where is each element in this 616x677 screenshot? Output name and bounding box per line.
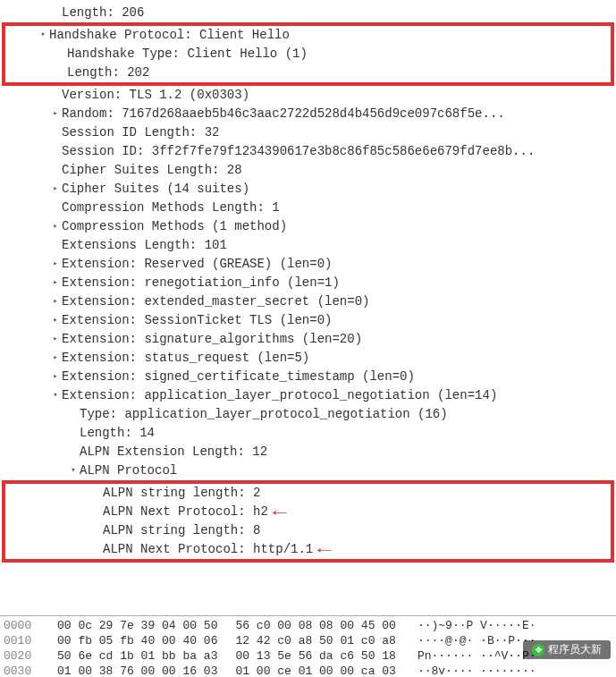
expand-icon[interactable]: ▸ bbox=[49, 349, 62, 368]
hex-ascii: ····@·@· ·B··P··· bbox=[396, 633, 536, 648]
random-field[interactable]: ▸Random: 7167d268aaeb5b46c3aac2722d528d4… bbox=[0, 105, 616, 123]
extension-session-ticket[interactable]: ▸Extension: SessionTicket TLS (len=0) bbox=[0, 311, 616, 330]
compression-methods[interactable]: ▸Compression Methods (1 method) bbox=[0, 217, 616, 236]
alpn-next-proto-http11: ▸ALPN Next Protocol: http/1.1← bbox=[5, 540, 611, 559]
hex-bytes: 00 fb 05 fb 40 00 40 06 bbox=[39, 633, 217, 648]
expand-icon[interactable]: ▾ bbox=[49, 386, 62, 405]
compression-methods-length: ▸Compression Methods Length: 1 bbox=[0, 199, 616, 217]
alpn-next-proto-h2: ▸ALPN Next Protocol: h2← bbox=[5, 503, 611, 521]
cipher-suites-length: ▸Cipher Suites Length: 28 bbox=[0, 161, 616, 180]
extension-grease[interactable]: ▸Extension: Reserved (GREASE) (len=0) bbox=[0, 255, 616, 274]
wechat-icon: ❖ bbox=[532, 644, 544, 656]
hex-ascii: ··)~9··P V·····E· bbox=[396, 618, 536, 633]
highlight-box-alpn: ▸ALPN string length: 2 ▸ALPN Next Protoc… bbox=[2, 480, 614, 563]
hex-offset: 0010 bbox=[0, 633, 39, 648]
hex-bytes: 01 00 ce 01 00 00 ca 03 bbox=[217, 664, 395, 677]
packet-details-tree[interactable]: ▸Length: 206 ▾Handshake Protocol: Client… bbox=[0, 0, 616, 615]
expand-icon[interactable]: ▸ bbox=[49, 292, 62, 311]
hex-bytes: 50 6e cd 1b 01 bb ba a3 bbox=[39, 648, 217, 664]
expand-icon[interactable]: ▸ bbox=[49, 330, 62, 349]
alpn-string-len-1: ▸ALPN string length: 2 bbox=[5, 484, 611, 503]
hex-row[interactable]: 003001 00 38 76 00 00 16 0301 00 ce 01 0… bbox=[0, 664, 616, 677]
alpn-type: ▸Type: application_layer_protocol_negoti… bbox=[0, 405, 616, 424]
expand-icon[interactable]: ▸ bbox=[49, 255, 62, 274]
hex-offset: 0000 bbox=[0, 618, 39, 633]
hex-offset: 0020 bbox=[0, 648, 39, 664]
arrow-icon: ← bbox=[265, 508, 287, 517]
extension-status-req[interactable]: ▸Extension: status_request (len=5) bbox=[0, 349, 616, 368]
extension-reneg[interactable]: ▸Extension: renegotiation_info (len=1) bbox=[0, 274, 616, 292]
alpn-ext-length: ▸ALPN Extension Length: 12 bbox=[0, 443, 616, 461]
alpn-string-len-2: ▸ALPN string length: 8 bbox=[5, 521, 611, 540]
handshake-length: ▸Length: 202 bbox=[5, 63, 611, 82]
expand-icon[interactable]: ▾ bbox=[67, 461, 80, 480]
extension-alpn[interactable]: ▾Extension: application_layer_protocol_n… bbox=[0, 386, 616, 405]
hex-bytes: 00 13 5e 56 da c6 50 18 bbox=[217, 648, 395, 664]
hex-bytes: 00 0c 29 7e 39 04 00 50 bbox=[39, 618, 217, 633]
handshake-type: ▸Handshake Type: Client Hello (1) bbox=[5, 45, 611, 63]
cipher-suites[interactable]: ▸Cipher Suites (14 suites) bbox=[0, 180, 616, 199]
highlight-box-handshake: ▾Handshake Protocol: Client Hello ▸Hands… bbox=[2, 22, 614, 86]
arrow-icon: ← bbox=[309, 546, 332, 554]
hex-bytes: 56 c0 00 08 08 00 45 00 bbox=[217, 618, 395, 633]
extensions-length: ▸Extensions Length: 101 bbox=[0, 236, 616, 255]
expand-icon[interactable]: ▸ bbox=[49, 274, 62, 292]
session-id-length: ▸Session ID Length: 32 bbox=[0, 123, 616, 142]
hex-ascii: ··8v···· ········ bbox=[396, 664, 536, 677]
expand-icon[interactable]: ▸ bbox=[49, 217, 62, 236]
hex-ascii: Pn······ ··^V··P· bbox=[396, 648, 536, 664]
hex-bytes: 01 00 38 76 00 00 16 03 bbox=[39, 664, 217, 677]
expand-icon[interactable]: ▸ bbox=[49, 105, 62, 123]
handshake-protocol[interactable]: ▾Handshake Protocol: Client Hello bbox=[5, 26, 611, 45]
watermark: ❖ 程序员大新 bbox=[523, 640, 611, 659]
version-field: ▸Version: TLS 1.2 (0x0303) bbox=[0, 86, 616, 105]
length-field: ▸Length: 206 bbox=[0, 4, 616, 22]
hex-bytes: 12 42 c0 a8 50 01 c0 a8 bbox=[217, 633, 395, 648]
extension-sct[interactable]: ▸Extension: signed_certificate_timestamp… bbox=[0, 368, 616, 386]
hex-row[interactable]: 000000 0c 29 7e 39 04 00 5056 c0 00 08 0… bbox=[0, 618, 616, 633]
expand-icon[interactable]: ▾ bbox=[37, 26, 49, 45]
expand-icon[interactable]: ▸ bbox=[49, 311, 62, 330]
extension-ems[interactable]: ▸Extension: extended_master_secret (len=… bbox=[0, 292, 616, 311]
alpn-protocol[interactable]: ▾ALPN Protocol bbox=[0, 461, 616, 480]
session-id: ▸Session ID: 3ff2f7fe79f1234390617e3b8c8… bbox=[0, 142, 616, 161]
extension-sigalgs[interactable]: ▸Extension: signature_algorithms (len=20… bbox=[0, 330, 616, 349]
hex-offset: 0030 bbox=[0, 664, 39, 677]
expand-icon[interactable]: ▸ bbox=[49, 368, 62, 386]
alpn-length: ▸Length: 14 bbox=[0, 424, 616, 443]
expand-icon[interactable]: ▸ bbox=[49, 180, 62, 199]
